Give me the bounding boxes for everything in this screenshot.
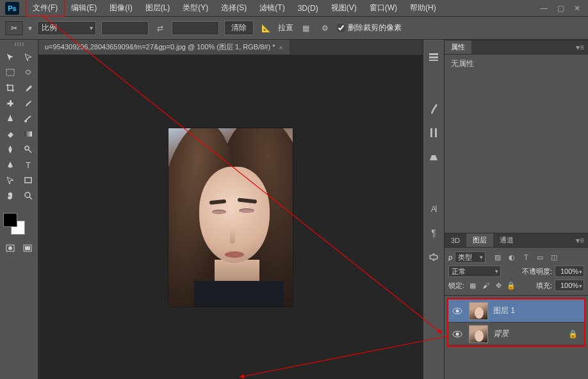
close-button[interactable]: ✕ — [569, 3, 585, 14]
svg-rect-20 — [429, 60, 438, 61]
document-tab[interactable]: u=954309296,2804365909&fm=27&gp=0.jpg @ … — [38, 40, 290, 55]
crop-tool[interactable] — [2, 81, 19, 95]
panel-menu-icon[interactable]: ▾≡ — [572, 43, 588, 52]
tab-3d[interactable]: 3D — [445, 235, 466, 246]
menu-select[interactable]: 选择(S) — [215, 0, 253, 16]
svg-rect-21 — [430, 128, 432, 137]
menu-view[interactable]: 视图(V) — [325, 0, 363, 16]
filter-pixel-icon[interactable]: ▨ — [492, 252, 503, 262]
canvas[interactable] — [38, 55, 423, 379]
menu-type[interactable]: 类型(Y) — [176, 0, 215, 16]
menu-image[interactable]: 图像(I) — [103, 0, 138, 16]
tool-presets-icon[interactable] — [427, 250, 441, 264]
lock-pixels-icon[interactable]: 🖌 — [480, 280, 491, 291]
blur-tool[interactable] — [2, 142, 19, 156]
menu-filter[interactable]: 滤镜(T) — [253, 0, 291, 16]
aspect-ratio-select[interactable]: 比例 — [37, 21, 96, 35]
brush-tool[interactable] — [20, 96, 37, 110]
hand-tool[interactable] — [2, 189, 19, 203]
close-icon[interactable]: × — [279, 44, 282, 51]
fill-input[interactable]: 100% — [555, 280, 584, 291]
tool-palette: T — [0, 40, 38, 379]
type-tool[interactable]: T — [20, 158, 37, 172]
brush-presets-icon[interactable] — [427, 126, 441, 140]
eraser-tool[interactable] — [2, 127, 19, 141]
clear-button[interactable]: 清除 — [224, 21, 254, 35]
filter-shape-icon[interactable]: ▭ — [534, 252, 546, 262]
artboard-tool[interactable] — [20, 50, 37, 64]
crop-width-input[interactable] — [101, 21, 149, 35]
layer-name[interactable]: 图层 1 — [491, 305, 584, 316]
svg-rect-18 — [429, 53, 438, 55]
panel-menu-icon[interactable]: ▾≡ — [572, 236, 588, 245]
menu-3d[interactable]: 3D(D) — [291, 1, 325, 15]
svg-point-29 — [456, 332, 459, 335]
swap-dimensions-icon[interactable]: ⇄ — [154, 24, 167, 33]
gradient-tool[interactable] — [20, 127, 37, 141]
path-select-tool[interactable] — [2, 173, 19, 187]
opacity-input[interactable]: 100% — [555, 265, 584, 277]
menu-help[interactable]: 帮助(H) — [404, 0, 443, 16]
zoom-tool[interactable] — [20, 189, 37, 203]
lasso-tool[interactable] — [20, 65, 37, 80]
straighten-icon[interactable]: 📐 — [259, 21, 273, 35]
lock-all-icon[interactable]: 🔒 — [505, 280, 517, 291]
paragraph-panel-icon[interactable]: ¶ — [427, 226, 441, 240]
layer-name[interactable]: 背景 — [491, 328, 568, 339]
quickmask-toggle[interactable] — [2, 241, 19, 255]
svg-rect-19 — [429, 56, 438, 58]
menu-layer[interactable]: 图层(L) — [139, 0, 177, 16]
layer-filter-select[interactable]: 类型 — [455, 251, 486, 263]
menu-window[interactable]: 窗口(W) — [363, 0, 404, 16]
history-brush-tool[interactable] — [20, 112, 37, 126]
move-tool[interactable] — [2, 50, 19, 64]
svg-text:A: A — [431, 204, 437, 214]
delete-cropped-label: 删除裁剪的像素 — [348, 22, 402, 33]
clone-stamp-tool[interactable] — [2, 112, 19, 126]
panel-grip[interactable] — [4, 42, 35, 47]
lock-position-icon[interactable]: ✥ — [493, 280, 504, 291]
delete-cropped-input[interactable] — [337, 24, 345, 32]
crop-tool-icon[interactable]: ✂ — [5, 21, 23, 35]
layer-thumbnail[interactable] — [469, 302, 488, 320]
grid-overlay-icon[interactable]: ▦ — [298, 21, 313, 35]
visibility-toggle[interactable] — [448, 307, 466, 315]
filter-adjust-icon[interactable]: ◐ — [506, 252, 518, 262]
tab-channels[interactable]: 通道 — [493, 233, 520, 247]
gear-icon[interactable]: ⚙ — [318, 21, 332, 35]
tab-layers[interactable]: 图层 — [466, 233, 493, 247]
layer-filter-label: 类型 — [458, 253, 472, 262]
maximize-button[interactable]: ▢ — [552, 3, 569, 14]
pen-tool[interactable] — [2, 158, 19, 172]
color-swatches[interactable] — [2, 212, 37, 236]
tab-properties[interactable]: 属性 — [445, 40, 471, 54]
healing-brush-tool[interactable] — [2, 96, 19, 110]
visibility-toggle[interactable] — [448, 330, 466, 338]
lock-transparency-icon[interactable]: ▦ — [467, 280, 478, 291]
crop-height-input[interactable] — [172, 21, 219, 35]
delete-cropped-checkbox[interactable]: 删除裁剪的像素 — [337, 22, 402, 33]
menu-edit[interactable]: 编辑(E) — [65, 0, 103, 16]
marquee-tool[interactable] — [2, 65, 19, 80]
blend-mode-select[interactable]: 正常 — [448, 265, 501, 277]
dodge-tool[interactable] — [20, 142, 37, 156]
layer-thumbnail[interactable] — [469, 325, 488, 343]
svg-rect-2 — [6, 69, 14, 76]
options-bar: ✂ ▾ 比例 ⇄ 清除 📐 拉直 ▦ ⚙ 删除裁剪的像素 — [0, 17, 588, 40]
minimize-button[interactable]: — — [535, 3, 552, 14]
layer-row[interactable]: 背景 🔒 — [448, 323, 584, 346]
layers-list: 图层 1 背景 🔒 — [447, 298, 585, 347]
screenmode-toggle[interactable] — [19, 241, 36, 255]
filter-smart-icon[interactable]: ◫ — [548, 252, 560, 262]
brush-panel-icon[interactable] — [427, 101, 441, 115]
character-panel-icon[interactable]: A — [427, 201, 441, 215]
properties-body: 无属性 — [445, 55, 588, 233]
history-panel-icon[interactable] — [427, 50, 441, 64]
eyedropper-tool[interactable] — [20, 81, 37, 95]
clone-source-icon[interactable] — [427, 150, 441, 164]
shape-tool[interactable] — [20, 173, 37, 187]
menu-file[interactable]: 文件(F) — [26, 0, 65, 17]
foreground-color-swatch[interactable] — [3, 213, 17, 227]
layer-row[interactable]: 图层 1 — [448, 299, 584, 323]
filter-type-icon[interactable]: T — [520, 252, 532, 262]
